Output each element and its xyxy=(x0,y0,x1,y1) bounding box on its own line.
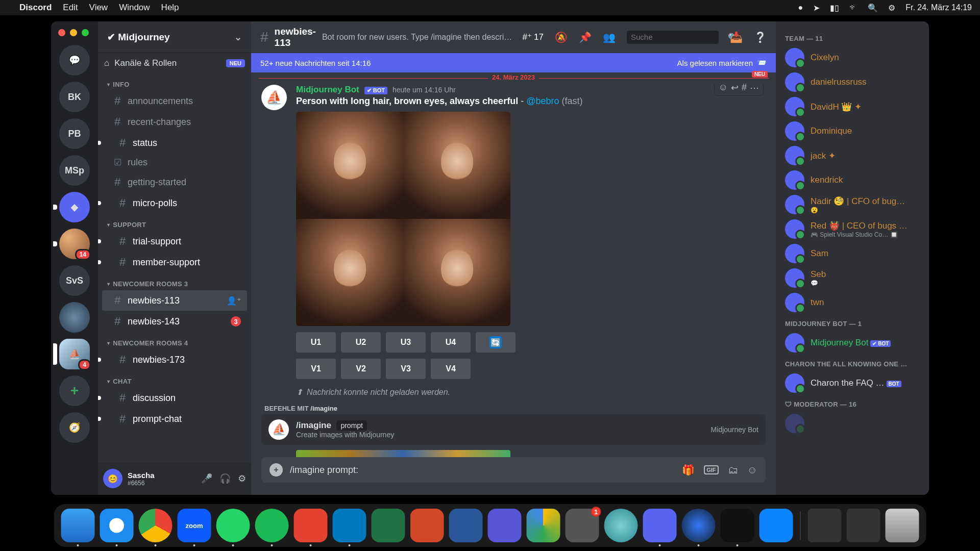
wifi-icon[interactable]: ᯤ xyxy=(849,3,857,12)
server-boat[interactable]: ⛵4 xyxy=(59,339,90,369)
notifications-icon[interactable]: 🔕 xyxy=(555,31,568,43)
u3-button[interactable]: U3 xyxy=(386,332,426,353)
clock[interactable]: Fr. 24. März 14:19 xyxy=(905,3,972,12)
dock-zoom[interactable]: zoom xyxy=(178,509,211,542)
member-row[interactable]: Seb💬 xyxy=(781,266,924,290)
member-row[interactable]: danielrussruss xyxy=(781,70,924,94)
channel-micro-polls[interactable]: #micro-polls xyxy=(102,193,247,213)
member-row[interactable]: DavidH 👑 ✦ xyxy=(781,94,924,119)
mark-read-button[interactable]: Als gelesen markieren 📨 xyxy=(677,58,767,67)
dock-voice[interactable] xyxy=(721,509,754,542)
member-row[interactable]: Cixelyn xyxy=(781,45,924,70)
emoji-icon[interactable]: ☺ xyxy=(747,464,757,476)
u1-button[interactable]: U1 xyxy=(296,332,336,353)
command-suggestion[interactable]: ⛵ /imagine prompt Create images with Mid… xyxy=(261,414,766,445)
dock-spotify[interactable] xyxy=(255,509,289,542)
dock-safari[interactable] xyxy=(100,509,134,542)
dock-imovie[interactable] xyxy=(488,509,522,542)
pins-icon[interactable]: 📌 xyxy=(579,31,592,43)
search-input[interactable] xyxy=(631,33,728,41)
category[interactable]: INFO xyxy=(98,73,251,90)
home-button[interactable]: 💬 xyxy=(59,45,90,76)
message-author[interactable]: Midjourney Bot xyxy=(296,85,359,95)
server-cube[interactable]: ◆ xyxy=(59,192,90,222)
reaction-icon[interactable]: ☺ xyxy=(719,84,728,93)
server-svs[interactable]: SvS xyxy=(59,265,90,296)
bot-avatar[interactable]: ⛵ xyxy=(261,85,287,110)
more-icon[interactable]: ⋯ xyxy=(750,84,759,93)
attach-button[interactable]: + xyxy=(270,463,283,477)
v4-button[interactable]: V4 xyxy=(431,359,471,379)
dock-powerpoint[interactable] xyxy=(410,509,444,542)
dock-appstore[interactable] xyxy=(760,509,793,542)
members-icon[interactable]: 👥 xyxy=(603,31,616,43)
explore-button[interactable]: 🧭 xyxy=(59,412,90,443)
member-row[interactable]: Dominique xyxy=(781,119,924,143)
dock-settings[interactable]: 1 xyxy=(566,509,599,542)
server-pb[interactable]: PB xyxy=(59,118,90,149)
location-icon[interactable]: ➤ xyxy=(813,3,820,13)
settings-icon[interactable]: ⚙ xyxy=(238,473,246,484)
member-row[interactable]: twn xyxy=(781,290,924,315)
new-messages-banner[interactable]: 52+ neue Nachrichten seit 14:16 Als gele… xyxy=(251,53,776,72)
mute-icon[interactable]: 🎤 xyxy=(201,473,212,484)
member-row[interactable]: Red 👹 | CEO of bugs …🎮 Spielt Visual Stu… xyxy=(781,217,924,241)
dock-circle[interactable] xyxy=(604,509,638,542)
dock-drive[interactable] xyxy=(527,509,560,542)
channel-newbies-173[interactable]: #newbies-173 xyxy=(102,349,247,370)
server-avatar[interactable] xyxy=(59,302,90,333)
spotlight-icon[interactable]: 🔍 xyxy=(868,3,878,13)
add-person-icon[interactable]: 👤⁺ xyxy=(227,296,241,306)
v2-button[interactable]: V2 xyxy=(341,359,381,379)
u4-button[interactable]: U4 xyxy=(431,332,471,353)
control-center-icon[interactable]: ⚙ xyxy=(888,3,895,13)
image-1[interactable] xyxy=(296,112,403,219)
menu-view[interactable]: View xyxy=(89,3,108,13)
server-header[interactable]: ✔ Midjourney ⌄ xyxy=(98,21,251,53)
threads-button[interactable]: #⁺ 17 xyxy=(523,32,544,42)
zoom-button[interactable] xyxy=(82,29,89,36)
reply-icon[interactable]: ↩ xyxy=(731,84,739,93)
server-msp[interactable]: MSp xyxy=(59,155,90,186)
dock-finder[interactable] xyxy=(61,509,95,542)
channel-status[interactable]: #status xyxy=(102,133,247,153)
dock-todoist[interactable] xyxy=(294,509,328,542)
channel-announcements[interactable]: #announcements xyxy=(102,91,247,111)
sticker-icon[interactable]: 🗂 xyxy=(728,464,738,476)
dock-folder1[interactable] xyxy=(808,509,842,542)
battery-icon[interactable]: ▮▯ xyxy=(830,3,839,13)
menu-window[interactable]: Window xyxy=(119,3,150,13)
reroll-button[interactable]: 🔄 xyxy=(476,332,516,353)
gif-button[interactable]: GIF xyxy=(704,465,718,474)
dock-trello[interactable] xyxy=(333,509,366,542)
channel-newbies-143[interactable]: #newbies-1433 xyxy=(102,311,247,332)
category[interactable]: SUPPORT xyxy=(98,214,251,231)
message-input[interactable]: /imagine prompt: xyxy=(290,465,675,475)
image-4[interactable] xyxy=(403,219,510,326)
help-icon[interactable]: ❔ xyxy=(754,31,767,43)
member-mod[interactable] xyxy=(781,411,924,436)
channel-member-support[interactable]: #member-support xyxy=(102,252,247,272)
member-charon[interactable]: Charon the FAQ …BOT xyxy=(781,371,924,395)
channel-getting-started[interactable]: #getting-started xyxy=(102,172,247,192)
category[interactable]: CHAT xyxy=(98,370,251,387)
member-row[interactable]: Nadir 🧐 | CFO of bug…😮 xyxy=(781,192,924,217)
user-avatar[interactable]: 😊 xyxy=(103,469,122,488)
image-3[interactable] xyxy=(296,219,403,326)
member-row[interactable]: Sam xyxy=(781,241,924,266)
mention[interactable]: @bebro xyxy=(526,96,559,106)
dock-folder2[interactable] xyxy=(847,509,880,542)
close-button[interactable] xyxy=(58,29,65,36)
add-server-button[interactable]: + xyxy=(59,375,90,406)
app-name[interactable]: Discord xyxy=(19,3,52,13)
server-midjourney[interactable]: 14 xyxy=(59,229,90,259)
channels-roles[interactable]: ⌂ Kanäle & Rollen NEU xyxy=(98,53,251,73)
dock-whatsapp[interactable] xyxy=(216,509,250,542)
dock-trash[interactable] xyxy=(886,509,919,542)
channel-discussion[interactable]: #discussion xyxy=(102,388,247,408)
gift-icon[interactable]: 🎁 xyxy=(682,464,695,476)
dock-word[interactable] xyxy=(449,509,483,542)
deafen-icon[interactable]: 🎧 xyxy=(219,473,231,484)
dock-excel[interactable] xyxy=(372,509,405,542)
menu-edit[interactable]: Edit xyxy=(63,3,78,13)
